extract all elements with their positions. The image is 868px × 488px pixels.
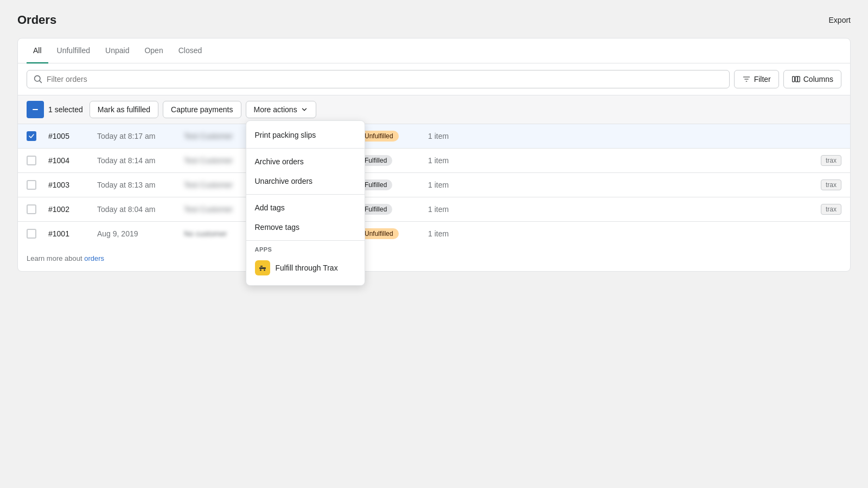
trax-icon — [255, 260, 270, 275]
filter-icon — [742, 75, 751, 84]
order-date-1004: Today at 8:14 am — [97, 156, 184, 165]
order-id-1004[interactable]: #1004 — [48, 156, 97, 165]
svg-rect-1 — [795, 76, 797, 82]
dropdown-item-archive-orders[interactable]: Archive orders — [246, 152, 365, 171]
order-date-1002: Today at 8:04 am — [97, 205, 184, 214]
dropdown-item-fulfill-trax[interactable]: Fulfill through Trax — [246, 255, 365, 281]
mark-fulfilled-button[interactable]: Mark as fulfilled — [90, 101, 158, 118]
dropdown-item-print-packing-slips[interactable]: Print packing slips — [246, 125, 365, 145]
tag-chip: trax — [821, 155, 841, 166]
table-row: #1004 Today at 8:14 am Test Customer nt … — [18, 149, 850, 173]
svg-rect-3 — [33, 109, 38, 110]
tab-closed[interactable]: Closed — [172, 38, 209, 63]
fulfill-trax-label: Fulfill through Trax — [276, 264, 338, 272]
checkbox-unchecked-icon — [27, 204, 36, 214]
dropdown-item-unarchive-orders[interactable]: Unarchive orders — [246, 171, 365, 191]
more-actions-dropdown: Print packing slips Archive orders Unarc… — [246, 120, 365, 286]
svg-rect-0 — [792, 76, 794, 82]
checkbox-unchecked-icon — [27, 229, 36, 239]
order-id-1003[interactable]: #1003 — [48, 181, 97, 189]
dropdown-divider-3 — [246, 240, 365, 241]
fulfillment-label: Fulfilled — [365, 157, 387, 164]
row-checkbox-1001[interactable] — [27, 229, 48, 239]
more-actions-wrapper: More actions Print packing slips Archive… — [246, 101, 316, 118]
dropdown-divider-1 — [246, 148, 365, 149]
order-items-1003: 1 item — [428, 181, 471, 189]
svg-rect-6 — [260, 266, 263, 267]
row-checkbox-1005[interactable] — [27, 131, 48, 141]
order-id-1002[interactable]: #1002 — [48, 205, 97, 214]
svg-rect-2 — [797, 76, 800, 82]
order-tags-1003: trax — [471, 179, 841, 190]
columns-button[interactable]: Columns — [783, 70, 841, 88]
search-icon — [34, 75, 42, 84]
select-all-checkbox[interactable] — [27, 101, 44, 118]
more-actions-label: More actions — [254, 105, 297, 114]
order-date-1001: Aug 9, 2019 — [97, 229, 184, 238]
tabs-container: All Unfulfilled Unpaid Open Closed — [18, 38, 850, 63]
tab-all[interactable]: All — [27, 38, 48, 63]
checkbox-indeterminate-icon — [32, 106, 39, 113]
table-row: #1001 Aug 9, 2019 No customer Unfulfille… — [18, 222, 850, 246]
fulfillment-label: Fulfilled — [365, 181, 387, 189]
svg-point-8 — [264, 269, 265, 271]
order-date-1003: Today at 8:13 am — [97, 181, 184, 189]
table-row: #1003 Today at 8:13 am Test Customer nt … — [18, 173, 850, 197]
search-input[interactable] — [47, 75, 723, 84]
chevron-down-icon — [301, 106, 308, 113]
order-items-1005: 1 item — [428, 132, 471, 140]
row-checkbox-1003[interactable] — [27, 180, 48, 190]
bottom-info: Learn more about orders — [18, 246, 850, 271]
order-tags-1002: trax — [471, 204, 841, 215]
row-checkbox-1002[interactable] — [27, 204, 48, 214]
fulfillment-label: Fulfilled — [365, 206, 387, 213]
tab-unfulfilled[interactable]: Unfulfilled — [50, 38, 97, 63]
table-row: #1002 Today at 8:04 am Test Customer nt … — [18, 197, 850, 222]
svg-point-7 — [260, 269, 261, 271]
search-box — [27, 70, 730, 88]
order-tags-1004: trax — [471, 155, 841, 166]
fulfillment-label: Unfulfilled — [365, 230, 393, 237]
capture-payments-button[interactable]: Capture payments — [163, 101, 241, 118]
tab-unpaid[interactable]: Unpaid — [99, 38, 136, 63]
tag-chip: trax — [821, 204, 841, 215]
tag-chip: trax — [821, 179, 841, 190]
svg-rect-5 — [259, 267, 266, 269]
page-title: Orders — [17, 13, 56, 27]
columns-label: Columns — [803, 75, 833, 84]
table-row: #1005 Today at 8:17 am Test Customer nt … — [18, 124, 850, 149]
fulfillment-label: Unfulfilled — [365, 132, 393, 140]
order-date-1005: Today at 8:17 am — [97, 132, 184, 140]
filter-button[interactable]: Filter — [734, 70, 779, 88]
filter-label: Filter — [754, 75, 771, 84]
order-items-1004: 1 item — [428, 156, 471, 165]
order-id-1001[interactable]: #1001 — [48, 229, 97, 238]
learn-more-text: Learn more about — [27, 254, 82, 262]
columns-icon — [792, 75, 800, 84]
orders-table: #1005 Today at 8:17 am Test Customer nt … — [18, 124, 850, 246]
selected-count: 1 selected — [48, 105, 83, 114]
tab-open[interactable]: Open — [138, 38, 169, 63]
action-row: 1 selected Mark as fulfilled Capture pay… — [18, 95, 850, 124]
order-items-1002: 1 item — [428, 205, 471, 214]
dropdown-divider-2 — [246, 194, 365, 195]
dropdown-item-remove-tags[interactable]: Remove tags — [246, 217, 365, 237]
checkbox-unchecked-icon — [27, 180, 36, 190]
order-id-1005[interactable]: #1005 — [48, 132, 97, 140]
more-actions-button[interactable]: More actions — [246, 101, 316, 118]
row-checkbox-1004[interactable] — [27, 156, 48, 165]
export-button[interactable]: Export — [829, 16, 851, 24]
checkbox-unchecked-icon — [27, 156, 36, 165]
dropdown-apps-section-label: APPS — [246, 244, 365, 255]
dropdown-item-add-tags[interactable]: Add tags — [246, 198, 365, 217]
search-row: Filter Columns — [18, 63, 850, 95]
order-items-1001: 1 item — [428, 229, 471, 238]
checkbox-checked-icon — [27, 131, 36, 141]
orders-link[interactable]: orders — [84, 254, 104, 262]
